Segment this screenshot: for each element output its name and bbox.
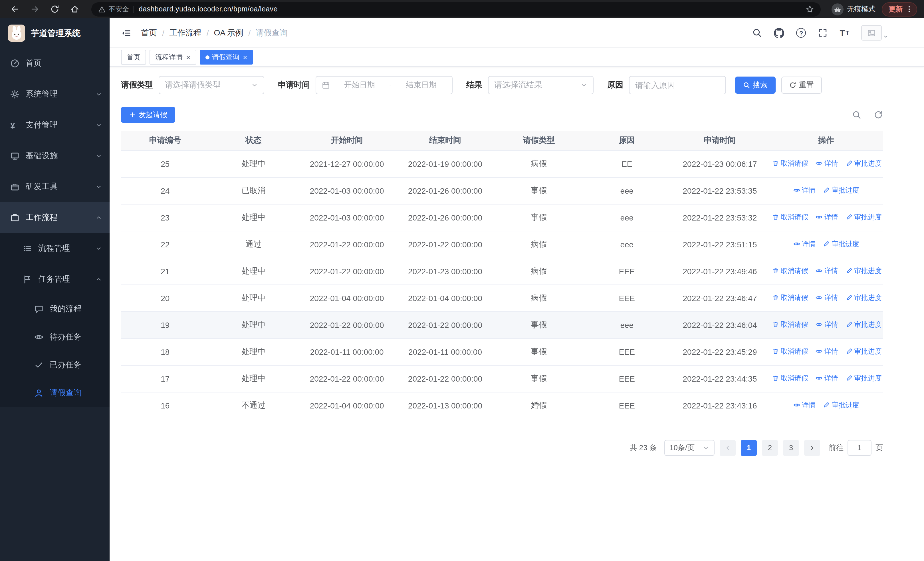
- sidebar-item-my-processes[interactable]: 我的流程: [0, 295, 110, 323]
- breadcrumb-item[interactable]: OA 示例: [214, 28, 243, 38]
- browser-forward-icon[interactable]: [27, 1, 43, 17]
- sidebar-item-home[interactable]: 首页: [0, 48, 110, 79]
- tab-home[interactable]: 首页: [121, 50, 146, 65]
- cancel-leave-link[interactable]: 取消请假: [772, 320, 808, 329]
- col-start: 开始时间: [298, 131, 396, 150]
- refresh-icon[interactable]: [874, 110, 883, 119]
- sidebar-item-label: 首页: [26, 58, 42, 69]
- cancel-leave-link[interactable]: 取消请假: [772, 374, 808, 384]
- app-logo[interactable]: 芋道管理系统: [0, 18, 110, 48]
- detail-link[interactable]: 详情: [793, 239, 816, 249]
- bookmark-star-icon[interactable]: [806, 5, 814, 13]
- security-label: 不安全: [108, 4, 129, 14]
- font-size-icon[interactable]: TT: [840, 29, 849, 37]
- breadcrumb-item[interactable]: 工作流程: [170, 28, 201, 38]
- sidebar-item-todo-tasks[interactable]: 待办任务: [0, 323, 110, 351]
- sidebar-item-done-tasks[interactable]: 已办任务: [0, 351, 110, 379]
- search-icon[interactable]: [753, 28, 762, 38]
- page-size-select[interactable]: 10条/页: [664, 439, 714, 456]
- reason-label: 原因: [607, 80, 623, 90]
- cell-reason: eee: [584, 311, 670, 338]
- cell-reason: EE: [584, 150, 670, 177]
- cell-start-time: 2022-01-04 00:00:00: [298, 284, 396, 311]
- sidebar-item-process-management[interactable]: 流程管理: [0, 233, 110, 264]
- cancel-leave-link[interactable]: 取消请假: [772, 266, 808, 276]
- approval-progress-link[interactable]: 审批进度: [823, 400, 859, 410]
- prev-page-button[interactable]: [720, 439, 736, 456]
- close-icon[interactable]: ×: [243, 53, 247, 61]
- browser-home-icon[interactable]: [67, 1, 83, 17]
- eye-icon: [793, 187, 800, 194]
- sidebar-item-payment[interactable]: ¥ 支付管理: [0, 110, 110, 141]
- reset-button[interactable]: 重置: [782, 77, 822, 94]
- detail-link[interactable]: 详情: [816, 266, 838, 276]
- sidebar-item-workflow[interactable]: 工作流程: [0, 202, 110, 233]
- browser-back-icon[interactable]: [7, 1, 23, 17]
- tab-leave-query[interactable]: 请假查询×: [200, 50, 253, 65]
- search-button[interactable]: 搜索: [735, 77, 776, 94]
- browser-refresh-icon[interactable]: [47, 1, 63, 17]
- breadcrumb-separator: /: [207, 28, 209, 38]
- cancel-leave-link[interactable]: 取消请假: [772, 159, 808, 168]
- sidebar-item-infrastructure[interactable]: 基础设施: [0, 141, 110, 171]
- approval-progress-link[interactable]: 审批进度: [823, 186, 859, 196]
- cancel-leave-link[interactable]: 取消请假: [772, 347, 808, 356]
- detail-link[interactable]: 详情: [816, 212, 838, 222]
- sidebar-item-label: 工作流程: [26, 212, 58, 223]
- sidebar-collapse-icon[interactable]: [121, 28, 131, 38]
- sidebar-item-task-management[interactable]: 任务管理: [0, 264, 110, 295]
- approval-progress-link[interactable]: 审批进度: [846, 212, 882, 222]
- detail-link[interactable]: 详情: [816, 347, 838, 356]
- browser-update-button[interactable]: 更新: [882, 2, 917, 16]
- help-icon[interactable]: ?: [796, 28, 806, 38]
- page-button-1[interactable]: 1: [741, 439, 757, 456]
- cell-id: 23: [121, 204, 210, 231]
- approval-progress-link[interactable]: 审批进度: [846, 347, 882, 356]
- approval-progress-link[interactable]: 审批进度: [846, 266, 882, 276]
- reason-input[interactable]: [629, 76, 726, 94]
- approval-progress-link[interactable]: 审批进度: [846, 374, 882, 384]
- date-range-picker[interactable]: 开始日期 - 结束日期: [316, 76, 453, 94]
- sidebar-item-system[interactable]: 系统管理: [0, 79, 110, 110]
- approval-progress-link[interactable]: 审批进度: [823, 239, 859, 249]
- col-reason: 原因: [584, 131, 670, 150]
- close-icon[interactable]: ×: [186, 53, 190, 61]
- address-bar[interactable]: 不安全 dashboard.yudao.iocoder.cn/bpm/oa/le…: [92, 2, 821, 16]
- create-leave-button[interactable]: 发起请假: [121, 107, 175, 123]
- sidebar-item-devtools[interactable]: 研发工具: [0, 171, 110, 202]
- security-indicator[interactable]: 不安全: [98, 4, 129, 14]
- detail-link[interactable]: 详情: [816, 374, 838, 384]
- col-end: 结束时间: [396, 131, 494, 150]
- tab-process-detail[interactable]: 流程详情×: [150, 50, 196, 65]
- eye-icon: [816, 375, 823, 382]
- github-icon[interactable]: [774, 28, 784, 38]
- table-row: 23 处理中 2022-01-03 00:00:00 2022-01-26 00…: [121, 204, 883, 231]
- pen-icon: [823, 187, 830, 194]
- approval-progress-link[interactable]: 审批进度: [846, 320, 882, 329]
- eye-icon: [816, 295, 823, 301]
- next-page-button[interactable]: [804, 439, 820, 456]
- table-row: 17 处理中 2022-01-22 00:00:00 2022-01-22 00…: [121, 365, 883, 392]
- detail-link[interactable]: 详情: [793, 186, 816, 196]
- page-button-3[interactable]: 3: [783, 439, 799, 456]
- search-toggle-icon[interactable]: [852, 110, 861, 119]
- cancel-leave-link[interactable]: 取消请假: [772, 293, 808, 303]
- detail-link[interactable]: 详情: [816, 293, 838, 303]
- cancel-leave-link[interactable]: 取消请假: [772, 212, 808, 222]
- result-select[interactable]: 请选择流结果: [488, 76, 594, 94]
- fullscreen-icon[interactable]: [818, 28, 828, 38]
- user-avatar[interactable]: [861, 25, 889, 41]
- leave-type-select[interactable]: 请选择请假类型: [159, 76, 264, 94]
- approval-progress-link[interactable]: 审批进度: [846, 293, 882, 303]
- approval-progress-link[interactable]: 审批进度: [846, 159, 882, 168]
- goto-page-input[interactable]: [848, 439, 872, 456]
- sidebar-item-leave-query[interactable]: 请假查询: [0, 379, 110, 407]
- detail-link[interactable]: 详情: [816, 159, 838, 168]
- page-button-2[interactable]: 2: [762, 439, 778, 456]
- cell-reason: EEE: [584, 338, 670, 365]
- detail-link[interactable]: 详情: [816, 320, 838, 329]
- breadcrumb-item[interactable]: 首页: [141, 28, 157, 38]
- detail-link[interactable]: 详情: [793, 400, 816, 410]
- chevron-up-icon: [95, 214, 102, 221]
- chevron-down-icon: [95, 183, 102, 190]
